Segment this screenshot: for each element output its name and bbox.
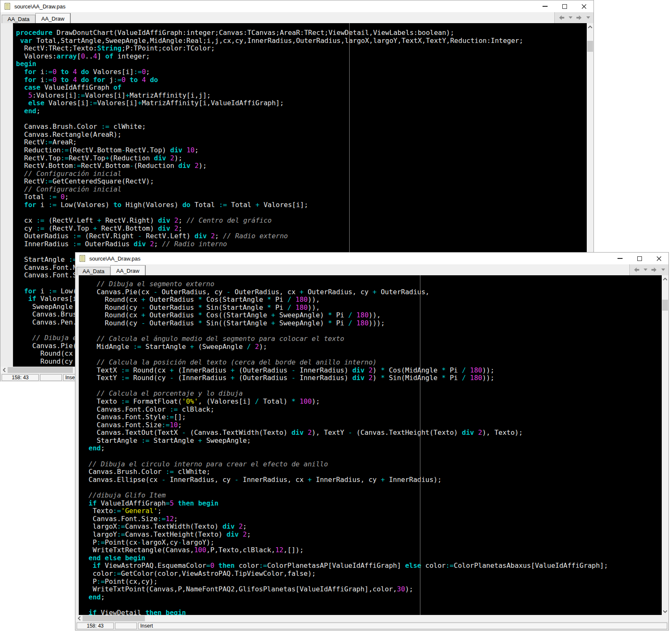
chevron-left-icon <box>3 367 6 373</box>
scroll-down-button[interactable] <box>662 608 668 615</box>
minimize-button[interactable] <box>610 253 630 264</box>
scroll-up-button[interactable] <box>587 23 593 30</box>
nav-forward-dropdown-icon[interactable] <box>586 16 590 19</box>
scroll-left-button[interactable] <box>0 367 8 373</box>
status-empty-cell <box>115 623 137 629</box>
tab-bar: AA_Data AA_Draw <box>75 264 668 275</box>
horizontal-scrollbar-thumb[interactable] <box>83 615 145 621</box>
close-button[interactable] <box>649 253 668 264</box>
navigation-strip <box>554 12 593 23</box>
close-button[interactable] <box>574 0 593 12</box>
status-bar: 158: 43 Insert <box>75 622 668 630</box>
chevron-up-icon <box>663 277 668 281</box>
title-bar: source\AA_Draw.pas <box>0 0 593 12</box>
cursor-position: 158: 43 <box>77 623 114 629</box>
status-empty-cell <box>40 374 62 381</box>
minimize-icon <box>618 258 623 259</box>
tab-aa-draw[interactable]: AA_Draw <box>35 13 71 23</box>
nav-forward-button[interactable] <box>576 15 583 21</box>
code-gutter <box>0 23 13 367</box>
tab-aa-data[interactable]: AA_Data <box>2 15 35 23</box>
minimize-icon <box>543 6 548 7</box>
editor-window-front: source\AA_Draw.pas AA_Data AA_Draw // Di… <box>75 252 669 631</box>
margin-guide <box>420 275 420 615</box>
document-icon <box>80 255 86 262</box>
vertical-scrollbar-thumb[interactable] <box>662 300 668 311</box>
maximize-button[interactable] <box>555 0 574 12</box>
chevron-left-icon <box>78 616 81 621</box>
nav-back-button[interactable] <box>633 267 640 273</box>
nav-back-button[interactable] <box>558 15 565 21</box>
scrollbar-corner <box>662 615 668 622</box>
code-editor[interactable]: // Dibuja el segmento externo Canvas.Pie… <box>79 275 662 615</box>
vertical-scrollbar-thumb[interactable] <box>587 41 593 52</box>
maximize-icon <box>562 4 567 9</box>
title-bar: source\AA_Draw.pas <box>75 253 668 264</box>
document-icon <box>5 3 11 10</box>
nav-forward-dropdown-icon[interactable] <box>661 269 665 271</box>
tab-bar: AA_Data AA_Draw <box>0 12 593 23</box>
vertical-scrollbar[interactable] <box>662 275 668 615</box>
scroll-up-button[interactable] <box>662 275 668 282</box>
insert-mode-indicator: Insert <box>138 623 667 629</box>
maximize-icon <box>637 256 642 261</box>
code-gutter <box>75 275 79 615</box>
nav-back-dropdown-icon[interactable] <box>569 16 572 19</box>
nav-forward-button[interactable] <box>651 267 658 273</box>
tab-aa-draw[interactable]: AA_Draw <box>110 265 146 275</box>
close-icon <box>656 256 662 261</box>
scroll-left-button[interactable] <box>75 615 83 622</box>
window-title: source\AA_Draw.pas <box>89 255 140 262</box>
nav-back-dropdown-icon[interactable] <box>644 269 647 271</box>
tab-aa-data[interactable]: AA_Data <box>77 267 110 275</box>
chevron-down-icon <box>663 610 668 613</box>
minimize-button[interactable] <box>535 0 555 12</box>
navigation-strip <box>629 264 668 275</box>
horizontal-scrollbar[interactable] <box>75 615 668 622</box>
cursor-position: 158: 43 <box>2 374 39 381</box>
maximize-button[interactable] <box>630 253 649 264</box>
close-icon <box>581 4 587 9</box>
horizontal-scrollbar-thumb[interactable] <box>8 367 73 373</box>
window-title: source\AA_Draw.pas <box>14 3 65 10</box>
code-editor-pane[interactable]: // Dibuja el segmento externo Canvas.Pie… <box>75 275 668 615</box>
chevron-up-icon <box>588 25 593 29</box>
